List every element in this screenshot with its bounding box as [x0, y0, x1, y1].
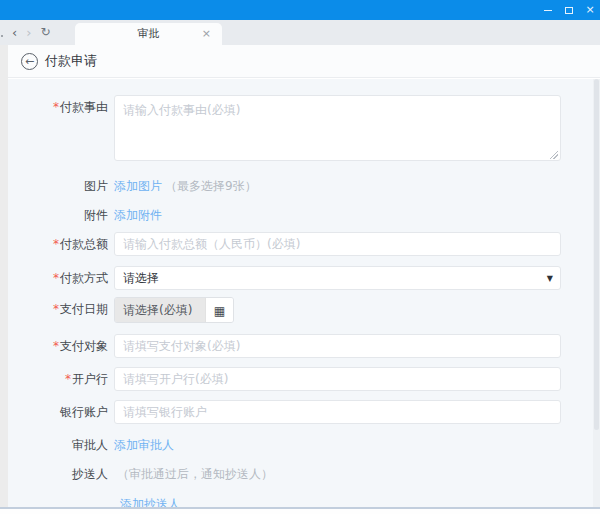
approver-label: 审批人: [8, 437, 108, 454]
form-row-approver: 审批人 添加审批人: [8, 437, 600, 454]
minimize-icon: [544, 10, 552, 11]
date-value: 请选择(必填): [115, 298, 205, 322]
method-label: *付款方式: [8, 266, 108, 287]
date-picker[interactable]: 请选择(必填) ▦: [114, 297, 234, 323]
scrollbar-track: [593, 79, 600, 507]
date-label: *支付日期: [8, 297, 108, 318]
calendar-button[interactable]: ▦: [205, 298, 233, 322]
amount-input[interactable]: [114, 232, 561, 256]
form-row-account: 银行账户: [8, 400, 600, 424]
tab-approval[interactable]: 审批 ×: [75, 23, 222, 45]
image-limit-note: （最多选择9张）: [165, 178, 257, 195]
tab-close-icon[interactable]: ×: [202, 23, 211, 45]
tab-label: 审批: [75, 23, 222, 45]
required-marker: *: [53, 100, 59, 114]
minimize-button[interactable]: [542, 0, 554, 20]
account-label: 银行账户: [8, 400, 108, 421]
window-bottom-border: [0, 507, 600, 509]
window-controls: ×: [542, 0, 596, 20]
tab-bar: ‹ › ↻ 审批 ×: [0, 20, 600, 45]
required-marker: *: [53, 302, 59, 316]
account-input[interactable]: [114, 400, 561, 424]
chevron-down-icon: ▼: [547, 274, 553, 283]
bank-label: *开户行: [8, 367, 108, 388]
form-row-payee: *支付对象: [8, 334, 600, 358]
add-approver-link[interactable]: 添加审批人: [114, 437, 174, 454]
image-label: 图片: [8, 178, 108, 195]
scrollbar-thumb[interactable]: [594, 79, 599, 430]
back-button[interactable]: ←: [21, 53, 38, 70]
window-left-edge: [0, 45, 8, 514]
form-row-method: *付款方式 请选择 ▼: [8, 266, 600, 290]
app-window: × ‹ › ↻ 审批 × ← 付款申请 *付款事由 图: [0, 0, 600, 514]
form-row-attachment: 附件 添加附件: [8, 207, 600, 224]
close-button[interactable]: ×: [584, 0, 596, 20]
form-row-amount: *付款总额: [8, 232, 600, 256]
method-selected-value: 请选择: [115, 267, 560, 289]
page-header: ← 付款申请: [8, 45, 600, 78]
window-bottom-edge: [0, 509, 600, 514]
window-edge-dot: [1, 35, 3, 37]
bank-input[interactable]: [114, 367, 561, 391]
required-marker: *: [53, 271, 59, 285]
calendar-icon: ▦: [214, 304, 225, 318]
required-marker: *: [53, 237, 59, 251]
cc-label: 抄送人: [8, 466, 108, 483]
window-titlebar: ×: [0, 0, 600, 20]
maximize-button[interactable]: [563, 0, 575, 20]
reason-label: *付款事由: [8, 95, 108, 116]
maximize-icon: [565, 7, 573, 14]
required-marker: *: [53, 339, 59, 353]
cc-note: （审批通过后，通知抄送人）: [117, 466, 273, 483]
form-row-cc: 抄送人 （审批通过后，通知抄送人）: [8, 466, 600, 483]
refresh-icon[interactable]: ↻: [40, 20, 50, 45]
reason-textarea[interactable]: [114, 95, 561, 161]
amount-label: *付款总额: [8, 232, 108, 253]
payee-input[interactable]: [114, 334, 561, 358]
forward-nav-icon[interactable]: ›: [26, 20, 31, 45]
page-title: 付款申请: [45, 52, 97, 70]
nav-icons: ‹ › ↻: [12, 20, 50, 45]
form-row-bank: *开户行: [8, 367, 600, 391]
payee-label: *支付对象: [8, 334, 108, 355]
back-nav-icon[interactable]: ‹: [12, 20, 17, 45]
form-row-reason: *付款事由: [8, 95, 600, 165]
attachment-label: 附件: [8, 207, 108, 224]
payment-form: *付款事由 图片 添加图片 （最多选择9张） 附件 添加附件 *付款总额: [8, 79, 600, 514]
add-image-link[interactable]: 添加图片: [114, 178, 162, 195]
add-attachment-link[interactable]: 添加附件: [114, 207, 162, 224]
required-marker: *: [65, 372, 71, 386]
form-row-date: *支付日期 请选择(必填) ▦: [8, 297, 600, 323]
method-select[interactable]: 请选择 ▼: [114, 266, 561, 290]
form-row-image: 图片 添加图片 （最多选择9张）: [8, 178, 600, 195]
